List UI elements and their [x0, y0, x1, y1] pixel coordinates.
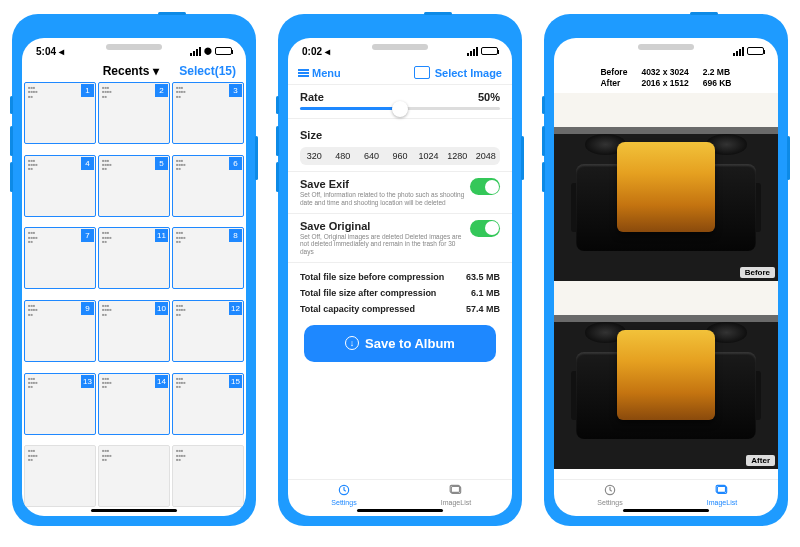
time-label: 0:02 ◂ — [302, 46, 330, 57]
settings-icon — [336, 483, 352, 497]
photo-thumb[interactable]: 5■■■■■■■■■ — [98, 155, 170, 217]
phone-frame-compare: Before After 4032 x 3024 2016 x 1512 2.2… — [544, 14, 788, 526]
selection-badge: 2 — [155, 84, 168, 97]
save-exif-toggle[interactable] — [470, 178, 500, 195]
size-option[interactable]: 2048 — [471, 147, 500, 165]
select-image-icon — [416, 68, 430, 79]
selection-badge: 13 — [81, 375, 94, 388]
before-tag: Before — [740, 267, 775, 278]
photo-thumb[interactable]: 7■■■■■■■■■ — [24, 227, 96, 289]
selection-badge: 3 — [229, 84, 242, 97]
time-label: 5:04 ◂ — [36, 46, 64, 57]
save-exif-desc: Set Off, information related to the phot… — [300, 191, 470, 207]
battery-icon — [481, 47, 498, 55]
stat-after-label: Total file size after compression — [300, 288, 436, 298]
selection-badge: 15 — [229, 375, 242, 388]
phone-frame-settings: 0:02 ◂ Menu Select Image Rate 50% — [278, 14, 522, 526]
stat-before-label: Total file size before compression — [300, 272, 444, 282]
before-image: Before — [554, 93, 778, 281]
before-size: 2.2 MB — [703, 67, 732, 77]
phone-frame-grid: 5:04 ◂ ⬤ Recents ▾ Select(15) 1■■■■■■■■■… — [12, 14, 256, 526]
menu-button[interactable]: Menu — [298, 67, 341, 79]
photo-thumb[interactable]: 13■■■■■■■■■ — [24, 373, 96, 435]
photo-thumb[interactable]: 1■■■■■■■■■ — [24, 82, 96, 144]
imagelist-icon — [714, 483, 730, 497]
select-image-label: Select Image — [435, 67, 502, 79]
before-label: Before — [600, 67, 627, 77]
photo-thumb[interactable]: ■■■■■■■■■ — [172, 445, 244, 507]
size-option[interactable]: 320 — [300, 147, 329, 165]
menu-label: Menu — [312, 67, 341, 79]
size-option[interactable]: 960 — [386, 147, 415, 165]
photo-thumb[interactable]: ■■■■■■■■■ — [98, 445, 170, 507]
after-image: After — [554, 281, 778, 469]
photo-thumb[interactable]: 10■■■■■■■■■ — [98, 300, 170, 362]
compare-info: Before After 4032 x 3024 2016 x 1512 2.2… — [554, 62, 778, 93]
signal-icon — [190, 47, 201, 56]
tab-imagelist[interactable]: ImageList — [400, 483, 512, 506]
photo-thumb[interactable]: 3■■■■■■■■■ — [172, 82, 244, 144]
tab-settings[interactable]: Settings — [554, 483, 666, 506]
signal-icon — [467, 47, 478, 56]
selection-badge: 7 — [81, 229, 94, 242]
stat-capacity-value: 57.4 MB — [466, 304, 500, 314]
stat-after-value: 6.1 MB — [471, 288, 500, 298]
selection-badge: 10 — [155, 302, 168, 315]
size-option[interactable]: 1024 — [414, 147, 443, 165]
size-option[interactable]: 1280 — [443, 147, 472, 165]
hamburger-icon — [298, 69, 309, 77]
selection-badge: 12 — [229, 302, 242, 315]
select-image-button[interactable]: Select Image — [416, 67, 502, 79]
selection-badge: 4 — [81, 157, 94, 170]
selection-badge: 14 — [155, 375, 168, 388]
after-dim: 2016 x 1512 — [641, 78, 688, 88]
photo-thumb[interactable]: 6■■■■■■■■■ — [172, 155, 244, 217]
size-option[interactable]: 480 — [329, 147, 358, 165]
photo-thumb[interactable]: 9■■■■■■■■■ — [24, 300, 96, 362]
tab-settings-label: Settings — [331, 499, 356, 506]
selection-badge: 1 — [81, 84, 94, 97]
save-to-album-button[interactable]: Save to Album — [304, 325, 496, 362]
size-label: Size — [300, 129, 322, 141]
save-exif-label: Save Exif — [300, 178, 470, 190]
battery-icon — [747, 47, 764, 55]
save-original-desc: Set Off, Original images are deleted Del… — [300, 233, 470, 256]
photo-thumb[interactable]: ■■■■■■■■■ — [24, 445, 96, 507]
photo-thumb[interactable]: 12■■■■■■■■■ — [172, 300, 244, 362]
home-indicator — [357, 509, 443, 512]
selection-badge: 8 — [229, 229, 242, 242]
settings-icon — [602, 483, 618, 497]
rate-value: 50% — [478, 91, 500, 103]
signal-icon — [733, 47, 744, 56]
tab-settings-label: Settings — [597, 499, 622, 506]
size-option[interactable]: 640 — [357, 147, 386, 165]
save-to-album-label: Save to Album — [365, 336, 455, 351]
photo-thumb[interactable]: 15■■■■■■■■■ — [172, 373, 244, 435]
photo-thumb[interactable]: 4■■■■■■■■■ — [24, 155, 96, 217]
photo-thumb[interactable]: 14■■■■■■■■■ — [98, 373, 170, 435]
home-indicator — [91, 509, 177, 512]
photo-thumb[interactable]: 8■■■■■■■■■ — [172, 227, 244, 289]
download-icon — [345, 336, 359, 350]
tab-settings[interactable]: Settings — [288, 483, 400, 506]
size-segmented[interactable]: 320480640960102412802048 — [300, 147, 500, 165]
selection-badge: 11 — [155, 229, 168, 242]
save-original-label: Save Original — [300, 220, 470, 232]
photo-grid: 1■■■■■■■■■2■■■■■■■■■3■■■■■■■■■4■■■■■■■■■… — [22, 82, 246, 516]
save-original-toggle[interactable] — [470, 220, 500, 237]
tab-imagelist[interactable]: ImageList — [666, 483, 778, 506]
rate-label: Rate — [300, 91, 324, 103]
rate-slider[interactable] — [300, 107, 500, 110]
select-count-button[interactable]: Select(15) — [179, 64, 236, 78]
before-dim: 4032 x 3024 — [641, 67, 688, 77]
selection-badge: 9 — [81, 302, 94, 315]
photo-thumb[interactable]: 11■■■■■■■■■ — [98, 227, 170, 289]
album-title[interactable]: Recents ▾ — [82, 64, 179, 78]
tab-imagelist-label: ImageList — [441, 499, 471, 506]
photo-thumb[interactable]: 2■■■■■■■■■ — [98, 82, 170, 144]
selection-badge: 5 — [155, 157, 168, 170]
after-tag: After — [746, 455, 775, 466]
wifi-icon: ⬤ — [204, 47, 212, 55]
home-indicator — [623, 509, 709, 512]
tab-imagelist-label: ImageList — [707, 499, 737, 506]
